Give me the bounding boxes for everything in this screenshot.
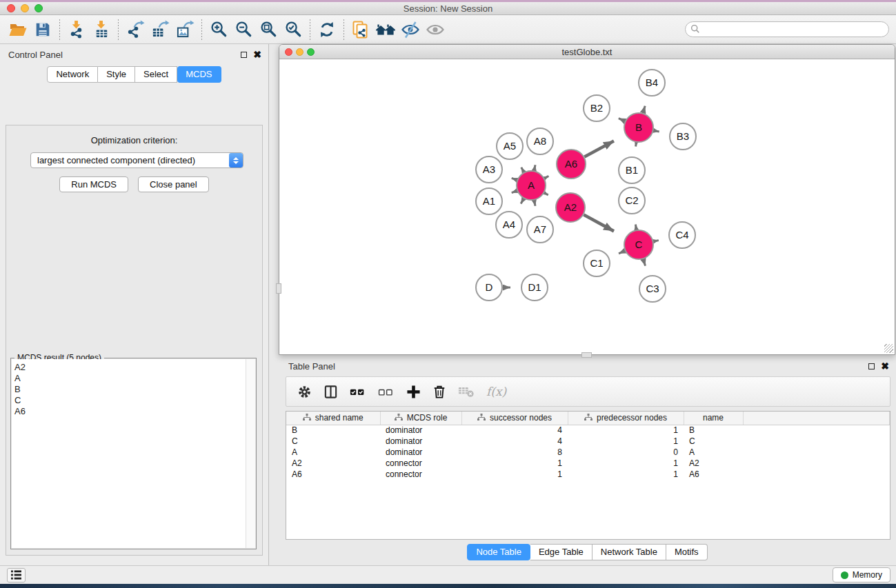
zoom-selected-icon[interactable]	[281, 18, 306, 41]
tab-mcds[interactable]: MCDS	[177, 66, 221, 83]
node-A2[interactable]: A2	[556, 193, 585, 222]
node-B3[interactable]: B3	[670, 123, 696, 150]
column-header-name[interactable]: name	[684, 412, 743, 425]
node-D1[interactable]: D1	[521, 274, 548, 301]
node-C4[interactable]: C4	[669, 222, 695, 248]
node-B4[interactable]: B4	[639, 70, 665, 96]
export-image-icon[interactable]	[172, 18, 197, 41]
node-B1[interactable]: B1	[619, 157, 645, 183]
network-canvas[interactable]: B4B2BB3B1A6A5A8A3AA1A4A7A2C2C4CC1C3DD1	[279, 59, 895, 354]
node-A[interactable]: A	[517, 171, 546, 200]
zoom-out-icon[interactable]	[231, 18, 256, 41]
node-C2[interactable]: C2	[619, 187, 645, 214]
run-mcds-button[interactable]: Run MCDS	[59, 176, 128, 192]
add-row-icon[interactable]	[406, 385, 421, 399]
tab-network[interactable]: Network	[47, 66, 98, 83]
hide-selected-icon[interactable]	[398, 18, 423, 41]
edge-C-C2[interactable]	[635, 225, 636, 230]
table-row[interactable]: A6connector11A6	[286, 469, 890, 480]
memory-button[interactable]: Memory	[833, 567, 890, 582]
zoom-in-icon[interactable]	[206, 18, 231, 41]
float-panel-icon[interactable]	[241, 52, 247, 58]
node-A5[interactable]: A5	[497, 133, 523, 159]
mcds-result-list[interactable]: A2ABCA6	[12, 359, 255, 548]
column-header-predecessor-nodes[interactable]: predecessor nodes	[568, 412, 684, 425]
edge-A6-B[interactable]	[584, 141, 614, 157]
close-panel-icon[interactable]: ✖	[253, 52, 261, 58]
tab-network-table[interactable]: Network Table	[593, 544, 666, 560]
edge-A-A4[interactable]	[521, 199, 524, 203]
edge-A-A6[interactable]	[544, 176, 548, 178]
task-history-icon[interactable]	[7, 568, 26, 582]
node-table[interactable]: shared nameMCDS rolesuccessor nodesprede…	[286, 411, 890, 540]
table-row[interactable]: Bdominator41B	[286, 425, 890, 436]
zoom-fit-icon[interactable]	[256, 18, 281, 41]
edge-A2-C[interactable]	[584, 215, 614, 232]
select-all-icon[interactable]	[350, 385, 366, 399]
node-A4[interactable]: A4	[496, 212, 522, 238]
result-scrollbar[interactable]	[246, 359, 255, 548]
network-graph[interactable]: B4B2BB3B1A6A5A8A3AA1A4A7A2C2C4CC1C3DD1	[279, 59, 895, 354]
new-network-from-selection-icon[interactable]	[348, 18, 373, 41]
refresh-icon[interactable]	[315, 18, 339, 41]
edge-A-A5[interactable]	[521, 168, 524, 172]
export-network-icon[interactable]	[123, 18, 148, 41]
edge-C-C1[interactable]	[619, 251, 625, 254]
delete-row-icon[interactable]	[432, 385, 446, 399]
close-panel-icon[interactable]: ✖	[881, 363, 889, 369]
mcds-result-item[interactable]: B	[14, 384, 255, 395]
resize-grip-icon[interactable]	[884, 344, 893, 353]
table-row[interactable]: Cdominator41C	[286, 436, 890, 447]
edge-A-A1[interactable]	[512, 191, 517, 193]
search-input[interactable]	[685, 21, 889, 37]
delete-table-icon[interactable]	[458, 385, 475, 398]
open-session-icon[interactable]	[6, 18, 30, 41]
export-table-icon[interactable]	[148, 18, 172, 41]
edge-A-A7[interactable]	[534, 201, 535, 206]
tab-select[interactable]: Select	[135, 66, 177, 83]
edge-B-B2[interactable]	[619, 119, 625, 121]
edge-C-C4[interactable]	[653, 241, 658, 242]
node-A8[interactable]: A8	[527, 128, 553, 154]
edge-B-B1[interactable]	[636, 143, 637, 147]
mcds-result-item[interactable]: A2	[14, 362, 255, 373]
network-window-titlebar[interactable]: testGlobe.txt	[279, 45, 895, 59]
table-row[interactable]: A2connector11A2	[286, 458, 890, 469]
first-neighbors-icon[interactable]	[373, 18, 398, 41]
import-network-icon[interactable]	[64, 18, 89, 41]
edge-A-A2[interactable]	[544, 193, 548, 195]
tab-node-table[interactable]: Node Table	[467, 544, 530, 560]
mcds-result-item[interactable]: A6	[14, 406, 255, 417]
node-A6[interactable]: A6	[557, 150, 586, 179]
column-header-MCDS-role[interactable]: MCDS role	[380, 412, 461, 425]
tab-edge-table[interactable]: Edge Table	[530, 544, 593, 560]
node-A1[interactable]: A1	[476, 188, 502, 214]
tab-style[interactable]: Style	[98, 66, 135, 83]
table-row[interactable]: Adominator80A	[286, 447, 890, 458]
node-C[interactable]: C	[624, 230, 653, 259]
import-table-icon[interactable]	[89, 18, 114, 41]
deselect-all-icon[interactable]	[378, 385, 395, 399]
close-panel-button[interactable]: Close panel	[138, 176, 209, 192]
edge-B-B4[interactable]	[643, 106, 645, 113]
mcds-result-item[interactable]: A	[14, 373, 255, 384]
show-all-icon[interactable]	[423, 18, 448, 41]
node-A7[interactable]: A7	[527, 216, 553, 243]
node-B[interactable]: B	[624, 113, 653, 142]
float-panel-icon[interactable]	[868, 363, 875, 369]
column-view-icon[interactable]	[323, 385, 338, 399]
edge-A-A3[interactable]	[512, 178, 517, 180]
column-header-successor-nodes[interactable]: successor nodes	[461, 412, 568, 425]
edge-B-B3[interactable]	[654, 130, 659, 132]
node-D[interactable]: D	[476, 274, 502, 301]
node-C3[interactable]: C3	[639, 276, 666, 302]
table-settings-icon[interactable]	[297, 385, 312, 399]
save-session-icon[interactable]	[30, 18, 55, 41]
edge-A-A8[interactable]	[534, 165, 535, 170]
tab-motifs[interactable]: Motifs	[666, 544, 708, 560]
edge-C-C3[interactable]	[644, 259, 646, 266]
function-builder-icon[interactable]: f(x)	[486, 385, 506, 398]
splitter-handle[interactable]	[276, 283, 281, 294]
node-B2[interactable]: B2	[584, 95, 610, 121]
node-C1[interactable]: C1	[584, 250, 610, 276]
